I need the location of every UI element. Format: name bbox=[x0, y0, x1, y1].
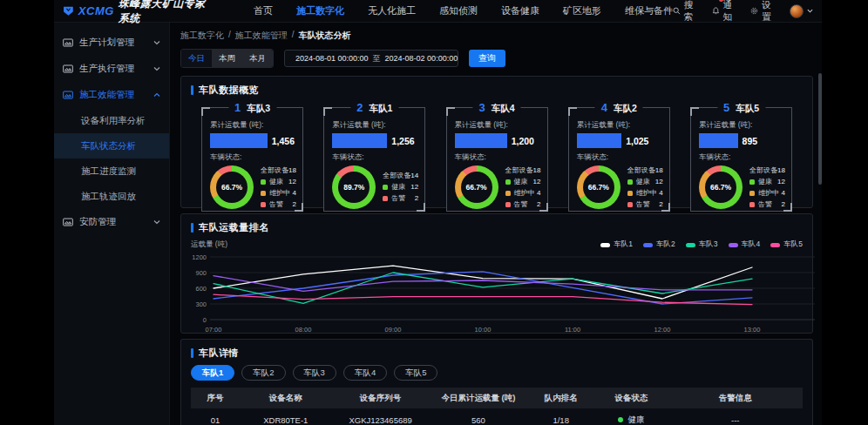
status-legend-row: 维护中4 bbox=[261, 189, 296, 198]
title-marker bbox=[191, 85, 193, 95]
sidebar-item[interactable]: 生产执行管理 bbox=[54, 56, 169, 82]
legend-value: 2 bbox=[415, 194, 418, 203]
sidebar-item[interactable]: 安防管理 bbox=[54, 209, 169, 235]
fleet-card: 3车队4累计运载量 (吨):1,200车辆状态:66.7%全部设备18健康12维… bbox=[446, 107, 548, 212]
fleet-detail-title: 车队详情 bbox=[191, 347, 803, 360]
fleet-tab[interactable]: 车队5 bbox=[394, 365, 437, 381]
cell-alarm: --- bbox=[668, 415, 803, 425]
query-button[interactable]: 查询 bbox=[469, 50, 505, 67]
status-label: 车辆状态: bbox=[210, 152, 295, 163]
load-bar-row: 1,025 bbox=[577, 133, 661, 148]
fleet-card: 1车队3累计运载量 (吨):1,456车辆状态:66.7%全部设备18健康12维… bbox=[201, 107, 303, 212]
nav-item[interactable]: 感知侦测 bbox=[439, 4, 478, 17]
breadcrumb-item[interactable]: 施工数字化 bbox=[180, 30, 224, 42]
fleet-name: 车队3 bbox=[247, 103, 270, 115]
chart-legend-item[interactable]: 车队5 bbox=[770, 239, 803, 250]
vehicle-status-row: 66.7%全部设备18健康12维护中4告警2 bbox=[210, 165, 295, 209]
chart-legend-item[interactable]: 车队2 bbox=[643, 239, 675, 250]
cell-status: 健康 bbox=[594, 415, 668, 425]
line-chart: 0300600900120007:0008:0009:0010:0011:001… bbox=[191, 252, 822, 341]
legend-label: 健康 bbox=[391, 183, 405, 192]
status-legend-row: 全部设备18 bbox=[261, 166, 296, 175]
legend-value: 2 bbox=[292, 200, 295, 209]
user-menu[interactable] bbox=[790, 4, 813, 18]
legend-label: 健康 bbox=[636, 178, 650, 186]
svg-text:600: 600 bbox=[195, 285, 207, 293]
gear-icon bbox=[750, 6, 758, 16]
legend-label: 告警 bbox=[514, 200, 528, 209]
chart-legend-item[interactable]: 车队1 bbox=[600, 239, 633, 250]
date-range-picker[interactable]: 2024-08-01 00:00:00 至 2024-08-02 00:00:0… bbox=[284, 50, 458, 67]
sidebar-item[interactable]: 生产计划管理 bbox=[54, 30, 169, 56]
fleet-overview-panel: 车队数据概览 1车队3累计运载量 (吨):1,456车辆状态:66.7%全部设备… bbox=[180, 76, 813, 208]
xcmg-logo-icon bbox=[63, 4, 74, 17]
notification-badge bbox=[719, 0, 723, 2]
load-bar bbox=[455, 133, 507, 148]
legend-value: 12 bbox=[533, 178, 541, 186]
nav-item[interactable]: 无人化施工 bbox=[368, 4, 416, 17]
sidebar-subitem[interactable]: 施工进度监测 bbox=[54, 159, 169, 184]
status-legend: 全部设备18健康12维护中4告警2 bbox=[261, 166, 296, 209]
sidebar-subitem[interactable]: 车队状态分析 bbox=[54, 133, 169, 159]
fleet-tabs: 车队1车队2车队3车队4车队5 bbox=[191, 365, 803, 381]
nav-item[interactable]: 施工数字化 bbox=[296, 4, 344, 17]
sidebar-item-label: 施工效能管理 bbox=[79, 89, 147, 101]
sidebar-subitem[interactable]: 设备利用率分析 bbox=[54, 108, 169, 133]
legend-swatch bbox=[383, 196, 388, 201]
date-separator: 至 bbox=[373, 53, 381, 64]
nav-item[interactable]: 首页 bbox=[254, 4, 273, 17]
status-legend-row: 告警2 bbox=[261, 200, 296, 209]
fleet-overview-title: 车队数据概览 bbox=[191, 84, 803, 97]
legend-swatch bbox=[383, 185, 388, 190]
quick-range-button[interactable]: 本周 bbox=[212, 50, 242, 67]
legend-value: 4 bbox=[781, 189, 784, 198]
fleet-tab[interactable]: 车队1 bbox=[191, 365, 234, 381]
nav-item[interactable]: 设备健康 bbox=[501, 4, 539, 17]
notification-action[interactable]: 通知 bbox=[712, 0, 738, 24]
nav-item[interactable]: 维保与备件 bbox=[625, 4, 673, 17]
cell-device-name: XDR80TE-1 bbox=[240, 415, 331, 425]
chart-legend-item[interactable]: 车队3 bbox=[686, 239, 718, 250]
quick-range-button[interactable]: 今日 bbox=[181, 50, 212, 67]
settings-action[interactable]: 设置 bbox=[750, 0, 776, 24]
chart-legend-item[interactable]: 车队4 bbox=[729, 239, 761, 250]
load-bar bbox=[699, 133, 738, 148]
table-row: 01XDR80TE-1XGKJ1234656895601/18健康--- bbox=[191, 408, 803, 425]
fleet-load-chart-panel: 车队运载量排名 运载量 (吨) 车队1车队2车队3车队4车队5 03006009… bbox=[180, 213, 813, 334]
fleet-tab[interactable]: 车队3 bbox=[293, 365, 336, 381]
table-header-cell: 告警信息 bbox=[668, 393, 803, 404]
fleet-tab[interactable]: 车队4 bbox=[343, 365, 387, 381]
cell-load: 560 bbox=[430, 415, 527, 425]
status-legend-row: 健康12 bbox=[261, 178, 296, 186]
breadcrumb-item[interactable]: 施工效能管理 bbox=[235, 30, 288, 42]
svg-text:09:00: 09:00 bbox=[385, 326, 402, 334]
fleet-card-header: 1车队3 bbox=[228, 101, 276, 115]
legend-label: 维护中 bbox=[269, 189, 290, 198]
nav-item[interactable]: 矿区地形 bbox=[563, 4, 601, 17]
module-icon bbox=[63, 90, 73, 100]
legend-label: 全部设备 bbox=[261, 166, 288, 175]
legend-value: 12 bbox=[410, 183, 418, 192]
load-bar-row: 895 bbox=[699, 133, 783, 148]
app-window: XCMG 珠峰露天矿山专家系统 首页施工数字化无人化施工感知侦测设备健康矿区地形… bbox=[54, 0, 822, 425]
notification-label: 通知 bbox=[722, 0, 737, 24]
scrollbar[interactable] bbox=[818, 73, 822, 185]
legend-label: 告警 bbox=[269, 200, 283, 209]
breadcrumb-separator: / bbox=[292, 30, 295, 42]
chart-legend-label: 车队5 bbox=[783, 239, 803, 250]
cell-serial: XGKJ123465689 bbox=[331, 415, 429, 425]
chart-series-车队1 bbox=[214, 266, 752, 299]
sidebar-submenu: 设备利用率分析车队状态分析施工进度监测施工轨迹回放 bbox=[54, 108, 169, 209]
legend-label: 告警 bbox=[391, 194, 405, 203]
legend-label: 健康 bbox=[269, 178, 283, 186]
sidebar-subitem[interactable]: 施工轨迹回放 bbox=[54, 184, 169, 209]
search-action[interactable]: 搜索 bbox=[673, 0, 699, 24]
status-label: 车辆状态: bbox=[577, 152, 661, 163]
fleet-name: 车队4 bbox=[492, 103, 515, 115]
fleet-tab[interactable]: 车队2 bbox=[241, 365, 285, 381]
quick-range-button[interactable]: 本月 bbox=[242, 50, 273, 67]
sidebar: 生产计划管理生产执行管理施工效能管理设备利用率分析车队状态分析施工进度监测施工轨… bbox=[54, 23, 170, 425]
brand-name: XCMG bbox=[78, 4, 114, 17]
sidebar-item[interactable]: 施工效能管理 bbox=[54, 82, 169, 108]
chart-legend: 车队1车队2车队3车队4车队5 bbox=[600, 239, 803, 250]
